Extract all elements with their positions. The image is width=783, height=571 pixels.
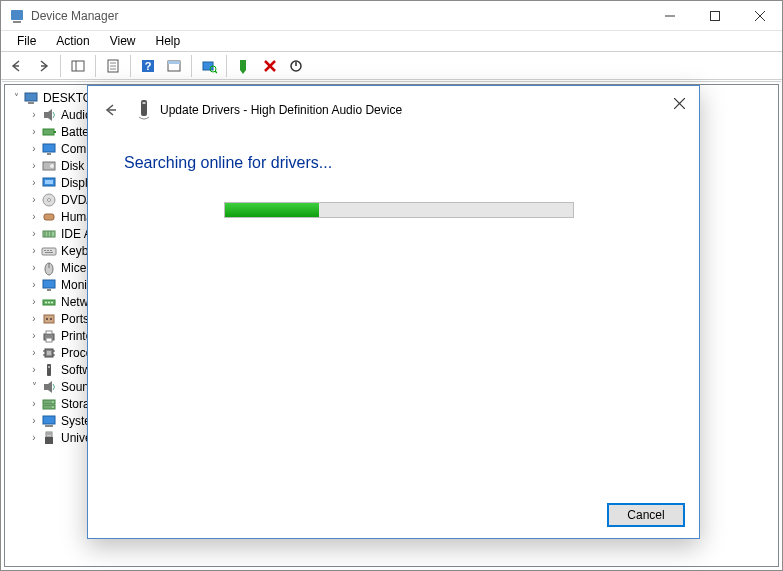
menu-file[interactable]: File [7,32,46,50]
dialog-header: Update Drivers - High Definition Audio D… [88,86,699,134]
svg-rect-66 [47,364,51,376]
chevron-right-icon[interactable]: › [27,431,41,445]
svg-rect-49 [47,289,51,291]
menu-help[interactable]: Help [146,32,191,50]
svg-rect-28 [43,144,55,152]
svg-rect-23 [25,93,37,101]
chevron-right-icon[interactable]: › [27,176,41,190]
chevron-right-icon[interactable]: › [27,159,41,173]
chevron-right-icon[interactable]: › [27,193,41,207]
svg-rect-61 [47,351,51,355]
chevron-right-icon[interactable]: › [27,363,41,377]
svg-rect-81 [143,102,146,104]
dialog-back-button[interactable] [98,98,122,122]
dialog-heading: Searching online for drivers... [124,154,663,172]
system-icon [41,413,57,429]
svg-point-31 [50,164,54,168]
dialog-close-button[interactable] [665,92,693,114]
window-title: Device Manager [31,9,647,23]
scan-hardware-button[interactable] [197,54,221,78]
svg-rect-33 [45,180,53,184]
close-icon [674,98,685,109]
svg-point-67 [48,366,50,368]
cpu-icon [41,345,57,361]
storage-icon [41,396,57,412]
device-icon [136,99,152,121]
show-hide-console-tree-button[interactable] [66,54,90,78]
arrow-left-icon [9,58,25,74]
chevron-right-icon[interactable]: › [27,244,41,258]
update-driver-button[interactable] [232,54,256,78]
panel-icon [70,58,86,74]
chevron-right-icon[interactable]: › [27,329,41,343]
help-button[interactable]: ? [136,54,160,78]
ide-icon [41,226,57,242]
svg-rect-1 [13,21,21,23]
chevron-right-icon[interactable]: › [27,142,41,156]
chevron-right-icon[interactable]: › [27,125,41,139]
svg-point-72 [52,406,54,408]
toolbar: ? [1,52,782,80]
battery-icon [41,124,57,140]
chevron-right-icon[interactable]: › [27,278,41,292]
svg-rect-77 [48,433,49,435]
svg-rect-42 [44,250,46,251]
svg-rect-15 [168,61,180,64]
disk-icon [41,158,57,174]
chevron-down-icon[interactable]: ˅ [27,380,41,394]
arrow-left-icon [102,102,118,118]
help-icon: ? [140,58,156,74]
svg-line-18 [215,71,217,73]
chevron-right-icon[interactable]: › [27,312,41,326]
chevron-right-icon[interactable]: › [27,295,41,309]
svg-rect-43 [47,250,49,251]
svg-rect-3 [710,11,719,20]
svg-rect-6 [72,61,84,71]
maximize-button[interactable] [692,1,737,31]
speaker-icon [41,107,57,123]
svg-rect-25 [44,112,48,118]
svg-rect-45 [45,252,53,253]
cancel-button[interactable]: Cancel [607,503,685,527]
svg-rect-59 [46,338,52,342]
disable-device-button[interactable] [284,54,308,78]
dialog-body: Searching online for drivers... [88,134,699,218]
forward-button[interactable] [31,54,55,78]
svg-rect-74 [45,425,53,427]
panel2-icon [166,58,182,74]
chevron-right-icon[interactable]: › [27,108,41,122]
printer-icon [41,328,57,344]
svg-rect-75 [46,432,52,437]
svg-rect-36 [44,214,54,220]
back-button[interactable] [5,54,29,78]
properties-icon [105,58,121,74]
chevron-right-icon[interactable]: › [27,227,41,241]
dialog-title: Update Drivers - High Definition Audio D… [160,103,402,117]
device-manager-icon [9,8,25,24]
toolbar-button[interactable] [162,54,186,78]
svg-rect-26 [43,129,54,135]
chevron-down-icon[interactable]: ˅ [9,91,23,105]
speaker-icon [41,379,57,395]
arrow-right-icon [35,58,51,74]
port-icon [41,311,57,327]
svg-rect-48 [43,280,55,288]
chevron-right-icon[interactable]: › [27,346,41,360]
svg-rect-44 [50,250,52,251]
chevron-right-icon[interactable]: › [27,414,41,428]
uninstall-device-button[interactable] [258,54,282,78]
svg-rect-58 [46,331,52,334]
menu-action[interactable]: Action [46,32,99,50]
close-button[interactable] [737,1,782,31]
scan-icon [201,58,217,74]
minimize-button[interactable] [647,1,692,31]
progress-fill [225,203,319,217]
svg-rect-27 [54,131,56,133]
chevron-right-icon[interactable]: › [27,397,41,411]
menu-view[interactable]: View [100,32,146,50]
properties-button[interactable] [101,54,125,78]
progress-bar [224,202,574,218]
mouse-icon [41,260,57,276]
chevron-right-icon[interactable]: › [27,210,41,224]
chevron-right-icon[interactable]: › [27,261,41,275]
